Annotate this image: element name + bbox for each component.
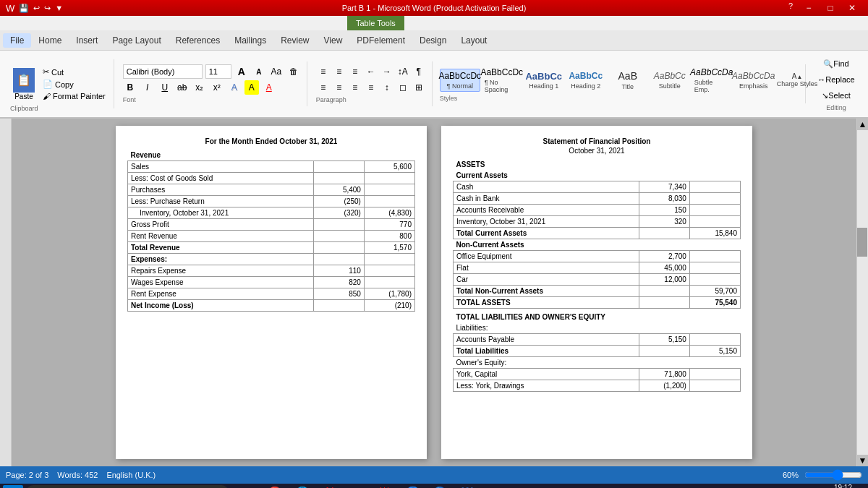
font-name-input[interactable] [123, 64, 203, 79]
font-color-btn[interactable]: A [262, 80, 276, 95]
increase-indent-btn[interactable]: → [380, 64, 394, 79]
replace-btn[interactable]: ↔ Replace [814, 72, 858, 87]
taskbar-app-cortana[interactable]: ⭕ [262, 479, 288, 488]
style-subtle-emphasis[interactable]: AaBbCcDa Subtle Emp. [692, 66, 732, 94]
find-btn[interactable]: 🔍 Find [814, 56, 858, 71]
justify-btn[interactable]: ≡ [364, 80, 378, 95]
taskbar-app-shield[interactable]: 🛡 [372, 479, 398, 488]
start-button[interactable]: ⊞ [3, 485, 23, 488]
table-row: Purchases 5,400 [128, 184, 415, 196]
scroll-up-btn[interactable]: ▲ [857, 119, 868, 130]
window-controls: ? − □ ✕ [784, 1, 862, 14]
style-subtitle[interactable]: AaBbCc Subtitle [650, 69, 690, 90]
menu-view[interactable]: View [317, 33, 350, 48]
right-scrollbar[interactable]: ▲ ▼ [856, 119, 868, 466]
numbering-btn[interactable]: ≡ [332, 64, 346, 79]
quick-save-btn[interactable]: 💾 [19, 4, 29, 13]
taskbar-app-edge[interactable]: 🌀 [399, 479, 425, 488]
style-normal[interactable]: AaBbCcDc ¶ Normal [440, 69, 480, 91]
select-btn[interactable]: ↘ Select [814, 88, 858, 103]
paragraph-group: ≡ ≡ ≡ ← → ↕A ¶ ≡ ≡ ≡ ≡ ↕ ◻ ⊞ Paragraph [310, 61, 433, 106]
scroll-down-btn[interactable]: ▼ [857, 455, 868, 466]
menu-pdfelement[interactable]: PDFelement [349, 33, 412, 48]
shrink-font-btn[interactable]: A [252, 64, 266, 79]
taskbar-app-netflix[interactable]: N [317, 479, 343, 488]
decrease-indent-btn[interactable]: ← [364, 64, 378, 79]
scroll-thumb[interactable] [857, 228, 867, 257]
style-no-spacing[interactable]: AaBbCcDc ¶ No Spacing [482, 66, 522, 94]
taskbar-app-folder[interactable]: 📁 [344, 479, 370, 488]
left-page[interactable]: For the Month Ended October 31, 2021 Rev… [116, 126, 427, 459]
borders-btn[interactable]: ⊞ [412, 80, 426, 95]
style-heading1[interactable]: AaBbCc Heading 1 [524, 69, 564, 92]
cut-button[interactable]: ✂ Cut [41, 67, 108, 77]
menu-page-layout[interactable]: Page Layout [105, 33, 168, 48]
style-normal-preview: AaBbCcDc [438, 71, 481, 81]
menu-home[interactable]: Home [31, 33, 69, 48]
grow-font-btn[interactable]: A [234, 64, 249, 79]
undo-btn[interactable]: ↩ [33, 4, 40, 13]
word-icon: W [6, 3, 14, 14]
font-size-input[interactable] [205, 64, 231, 79]
taskbar-app-chrome[interactable]: 🔵 [427, 479, 453, 488]
text-effects-btn[interactable]: A [227, 80, 242, 95]
format-painter-button[interactable]: 🖌 Format Painter [41, 91, 108, 101]
menu-references[interactable]: References [169, 33, 227, 48]
right-page-title: Statement of Financial Position [453, 137, 741, 145]
clipboard-group: 📋 Paste ✂ Cut 📄 Copy 🖌 Format Painter Cl… [4, 59, 114, 108]
show-hide-btn[interactable]: ¶ [412, 64, 426, 79]
style-title[interactable]: AaB Title [608, 69, 648, 92]
taskbar-app-word[interactable]: W [454, 479, 480, 488]
italic-btn[interactable]: I [140, 80, 155, 95]
menu-mailings[interactable]: Mailings [227, 33, 273, 48]
line-spacing-btn[interactable]: ↕ [380, 80, 394, 95]
sort-btn[interactable]: ↕A [396, 64, 410, 79]
quick-access-more[interactable]: ▼ [55, 4, 63, 12]
align-left-btn[interactable]: ≡ [316, 80, 331, 95]
table-row: ASSETS [454, 159, 741, 170]
minimize-btn[interactable]: − [799, 1, 819, 14]
subscript-btn[interactable]: x₂ [192, 80, 207, 95]
menu-file[interactable]: File [3, 33, 31, 48]
maximize-btn[interactable]: □ [820, 1, 841, 14]
superscript-btn[interactable]: x² [210, 80, 224, 95]
table-row: Liabilities: [454, 322, 741, 334]
style-emphasis[interactable]: AaBbCcDa Emphasis [733, 69, 774, 90]
table-row: Sales 5,600 [128, 161, 415, 173]
style-heading2[interactable]: AaBbCc Heading 2 [566, 69, 606, 90]
table-row: Gross Profit 770 [128, 219, 415, 231]
table-tools-tab[interactable]: Table Tools [347, 16, 404, 30]
bullets-btn[interactable]: ≡ [316, 64, 331, 79]
menu-insert[interactable]: Insert [69, 33, 105, 48]
zoom-slider[interactable] [804, 469, 862, 481]
center-btn[interactable]: ≡ [332, 80, 346, 95]
styles-area: AaBbCcDc ¶ Normal AaBbCcDc ¶ No Spacing … [435, 64, 806, 103]
copy-button[interactable]: 📄 Copy [41, 79, 108, 90]
shading-btn[interactable]: ◻ [396, 80, 410, 95]
brush-icon: 🖌 [43, 92, 51, 100]
table-row: Total Non-Current Assets 59,700 [454, 286, 741, 297]
table-row: Flat 45,000 [454, 262, 741, 274]
paste-button[interactable]: 📋 Paste [10, 67, 38, 102]
right-page[interactable]: Statement of Financial Position October … [441, 126, 752, 459]
change-case-btn[interactable]: Aa [269, 64, 284, 79]
help-btn[interactable]: ? [784, 1, 797, 14]
taskbar-app-explorer[interactable]: 🗂 [234, 479, 260, 488]
taskbar-search-box[interactable]: 🔍 Type here to search [26, 485, 229, 488]
strikethrough-btn[interactable]: ab [175, 80, 190, 95]
taskbar-app-browser[interactable]: 🌐 [289, 479, 315, 488]
scroll-track[interactable] [857, 130, 868, 455]
multilevel-btn[interactable]: ≡ [348, 64, 362, 79]
menu-layout[interactable]: Layout [454, 33, 494, 48]
align-right-btn[interactable]: ≡ [348, 80, 362, 95]
font-group: A A Aa 🗑 B I U ab x₂ x² A A A Font [117, 61, 307, 106]
text-highlight-btn[interactable]: A [244, 80, 259, 95]
menu-design[interactable]: Design [412, 33, 454, 48]
menu-review[interactable]: Review [273, 33, 316, 48]
redo-btn[interactable]: ↪ [44, 4, 51, 13]
clear-formatting-btn[interactable]: 🗑 [286, 64, 301, 79]
close-btn[interactable]: ✕ [842, 1, 862, 14]
underline-btn[interactable]: U [158, 80, 172, 95]
bold-btn[interactable]: B [123, 80, 137, 95]
scroll-container[interactable]: For the Month Ended October 31, 2021 Rev… [12, 119, 856, 466]
